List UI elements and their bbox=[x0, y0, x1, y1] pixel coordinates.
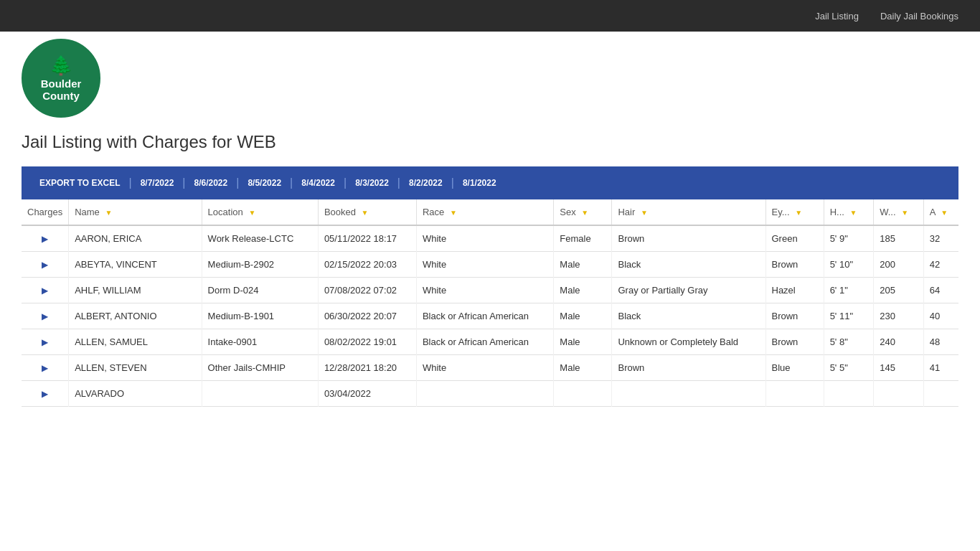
cell-weight: 145 bbox=[874, 355, 924, 381]
jail-table: Charges Name ▼ Location ▼ Booked ▼ Race … bbox=[22, 199, 958, 407]
cell-race: White bbox=[416, 225, 553, 252]
race-filter-icon[interactable]: ▼ bbox=[450, 209, 457, 217]
expand-arrow[interactable]: ▶ bbox=[42, 337, 48, 347]
cell-weight bbox=[874, 381, 924, 407]
boulder-county-logo: 🌲 BoulderCounty bbox=[22, 39, 100, 118]
cell-hair bbox=[612, 381, 765, 407]
sex-filter-icon[interactable]: ▼ bbox=[581, 209, 588, 217]
expand-arrow[interactable]: ▶ bbox=[42, 389, 48, 399]
separator-7: | bbox=[451, 176, 454, 189]
cell-eyes: Blue bbox=[765, 355, 824, 381]
table-header-row: Charges Name ▼ Location ▼ Booked ▼ Race … bbox=[22, 199, 958, 225]
logo-area: 🌲 BoulderCounty bbox=[0, 32, 980, 132]
cell-height: 5' 5" bbox=[824, 355, 874, 381]
expand-arrow[interactable]: ▶ bbox=[42, 311, 48, 321]
cell-booked: 02/15/2022 20:03 bbox=[318, 252, 416, 278]
cell-age: 41 bbox=[923, 355, 958, 381]
cell-age: 42 bbox=[923, 252, 958, 278]
expand-arrow[interactable]: ▶ bbox=[42, 363, 48, 373]
cell-race: White bbox=[416, 278, 553, 303]
cell-booked: 07/08/2022 07:02 bbox=[318, 278, 416, 303]
table-row: ▶ALLEN, STEVENOther Jails-CMHIP12/28/202… bbox=[22, 355, 958, 381]
col-name: Name ▼ bbox=[69, 199, 202, 225]
cell-location: Medium-B-2902 bbox=[202, 252, 318, 278]
cell-name: ALBERT, ANTONIO bbox=[69, 303, 202, 329]
col-height: H... ▼ bbox=[824, 199, 874, 225]
table-row: ▶ALVARADO03/04/2022 bbox=[22, 381, 958, 407]
cell-name: AARON, ERICA bbox=[69, 225, 202, 252]
date-link-0[interactable]: 8/7/2022 bbox=[133, 178, 182, 188]
cell-name: ALVARADO bbox=[69, 381, 202, 407]
date-link-1[interactable]: 8/6/2022 bbox=[187, 178, 235, 188]
cell-height: 5' 11" bbox=[824, 303, 874, 329]
cell-name: ALLEN, STEVEN bbox=[69, 355, 202, 381]
expand-arrow[interactable]: ▶ bbox=[42, 234, 48, 244]
nav-daily-jail-bookings[interactable]: Daily Jail Bookings bbox=[880, 11, 958, 22]
separator-6: | bbox=[397, 176, 400, 189]
age-filter-icon[interactable]: ▼ bbox=[941, 209, 948, 217]
expand-arrow-cell: ▶ bbox=[22, 381, 69, 407]
jail-table-container: Charges Name ▼ Location ▼ Booked ▼ Race … bbox=[22, 199, 958, 407]
col-charges: Charges bbox=[22, 199, 69, 225]
cell-weight: 240 bbox=[874, 329, 924, 355]
cell-name: ABEYTA, VINCENT bbox=[69, 252, 202, 278]
col-weight: W... ▼ bbox=[874, 199, 924, 225]
eyes-filter-icon[interactable]: ▼ bbox=[795, 209, 802, 217]
name-filter-icon[interactable]: ▼ bbox=[105, 209, 112, 217]
cell-location: Medium-B-1901 bbox=[202, 303, 318, 329]
cell-weight: 200 bbox=[874, 252, 924, 278]
booked-filter-icon[interactable]: ▼ bbox=[362, 209, 369, 217]
cell-eyes: Green bbox=[765, 225, 824, 252]
cell-sex: Female bbox=[554, 225, 612, 252]
cell-hair: Black bbox=[612, 252, 765, 278]
cell-race: White bbox=[416, 252, 553, 278]
cell-age bbox=[923, 381, 958, 407]
weight-filter-icon[interactable]: ▼ bbox=[901, 209, 908, 217]
cell-weight: 205 bbox=[874, 278, 924, 303]
cell-booked: 05/11/2022 18:17 bbox=[318, 225, 416, 252]
expand-arrow[interactable]: ▶ bbox=[42, 286, 48, 296]
cell-booked: 06/30/2022 20:07 bbox=[318, 303, 416, 329]
separator-1: | bbox=[128, 176, 131, 189]
date-link-3[interactable]: 8/4/2022 bbox=[294, 178, 342, 188]
col-eyes: Ey... ▼ bbox=[765, 199, 824, 225]
location-filter-icon[interactable]: ▼ bbox=[248, 209, 255, 217]
cell-location: Other Jails-CMHIP bbox=[202, 355, 318, 381]
date-link-4[interactable]: 8/3/2022 bbox=[348, 178, 396, 188]
cell-eyes bbox=[765, 381, 824, 407]
date-link-5[interactable]: 8/2/2022 bbox=[402, 178, 450, 188]
cell-height: 6' 1" bbox=[824, 278, 874, 303]
cell-booked: 08/02/2022 19:01 bbox=[318, 329, 416, 355]
date-link-6[interactable]: 8/1/2022 bbox=[456, 178, 504, 188]
expand-arrow-cell: ▶ bbox=[22, 303, 69, 329]
height-filter-icon[interactable]: ▼ bbox=[850, 209, 857, 217]
expand-arrow-cell: ▶ bbox=[22, 355, 69, 381]
col-age: A ▼ bbox=[923, 199, 958, 225]
cell-location bbox=[202, 381, 318, 407]
expand-arrow-cell: ▶ bbox=[22, 278, 69, 303]
cell-hair: Gray or Partially Gray bbox=[612, 278, 765, 303]
toolbar: EXPORT TO EXCEL | 8/7/2022 | 8/6/2022 | … bbox=[22, 166, 958, 199]
cell-sex: Male bbox=[554, 252, 612, 278]
col-sex: Sex ▼ bbox=[554, 199, 612, 225]
cell-hair: Black bbox=[612, 303, 765, 329]
cell-race: Black or African American bbox=[416, 303, 553, 329]
cell-race: White bbox=[416, 355, 553, 381]
col-hair: Hair ▼ bbox=[612, 199, 765, 225]
nav-jail-listing[interactable]: Jail Listing bbox=[815, 11, 859, 22]
table-row: ▶ALBERT, ANTONIOMedium-B-190106/30/2022 … bbox=[22, 303, 958, 329]
date-link-2[interactable]: 8/5/2022 bbox=[240, 178, 288, 188]
cell-weight: 185 bbox=[874, 225, 924, 252]
cell-location: Dorm D-024 bbox=[202, 278, 318, 303]
expand-arrow-cell: ▶ bbox=[22, 252, 69, 278]
separator-2: | bbox=[182, 176, 185, 189]
export-excel-button[interactable]: EXPORT TO EXCEL bbox=[32, 178, 127, 188]
cell-hair: Brown bbox=[612, 355, 765, 381]
tree-icon: 🌲 bbox=[50, 55, 72, 77]
cell-name: ALLEN, SAMUEL bbox=[69, 329, 202, 355]
cell-booked: 12/28/2021 18:20 bbox=[318, 355, 416, 381]
cell-eyes: Brown bbox=[765, 329, 824, 355]
hair-filter-icon[interactable]: ▼ bbox=[641, 209, 648, 217]
expand-arrow[interactable]: ▶ bbox=[42, 260, 48, 270]
logo-text: BoulderCounty bbox=[41, 78, 82, 102]
